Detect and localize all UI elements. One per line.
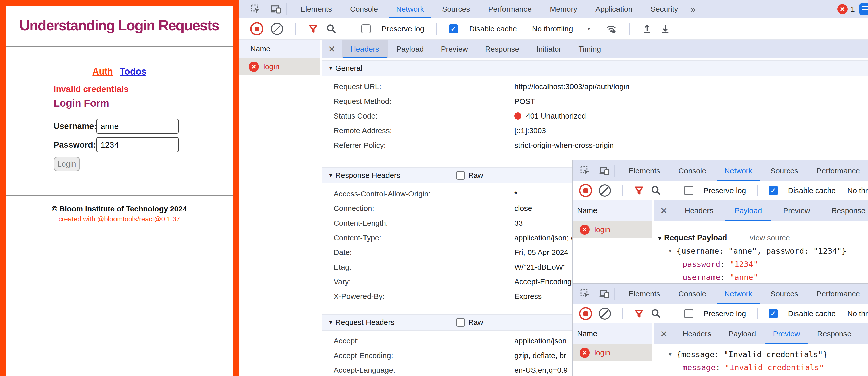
username-input[interactable] <box>96 119 179 134</box>
filter-icon[interactable] <box>634 185 644 196</box>
disable-cache-checkbox[interactable]: ✓ <box>769 186 778 195</box>
panel-tab-payload[interactable]: Payload <box>720 323 764 344</box>
filter-icon[interactable] <box>634 308 644 319</box>
search-icon[interactable] <box>326 24 337 34</box>
panel-tab-initiator[interactable]: Initiator <box>528 40 570 58</box>
search-icon[interactable] <box>651 185 661 196</box>
error-message: Invalid credentials <box>54 84 129 94</box>
tree-disclosure-icon[interactable]: ▼ <box>668 248 673 254</box>
request-row-login[interactable]: ✕ login <box>239 58 320 75</box>
tab-performance[interactable]: Performance <box>807 284 868 304</box>
inspect-icon[interactable] <box>250 3 261 15</box>
search-icon[interactable] <box>651 308 661 319</box>
feedback-icon[interactable] <box>859 3 868 15</box>
tab-console[interactable]: Console <box>669 160 715 181</box>
name-column-header[interactable]: Name <box>572 323 652 344</box>
tab-sources[interactable]: Sources <box>433 0 479 18</box>
preserve-log-checkbox[interactable] <box>362 24 371 33</box>
tab-sources[interactable]: Sources <box>761 160 807 181</box>
network-conditions-icon[interactable] <box>606 23 617 34</box>
panel-tab-payload[interactable]: Payload <box>724 200 772 221</box>
name-column-header[interactable]: Name <box>239 40 320 58</box>
tab-console[interactable]: Console <box>669 284 715 304</box>
panel-tab-response[interactable]: Response <box>476 40 528 58</box>
panel-tab-response[interactable]: Response <box>809 323 860 344</box>
panel-tab-headers[interactable]: Headers <box>342 40 388 58</box>
record-icon[interactable] <box>250 22 264 35</box>
todos-link[interactable]: Todos <box>120 66 146 76</box>
panel-tab-preview[interactable]: Preview <box>764 323 809 344</box>
more-tabs-icon[interactable]: » <box>690 4 695 14</box>
login-button[interactable]: Login <box>54 157 80 171</box>
panel-tab-payload[interactable]: Payload <box>388 40 432 58</box>
record-icon[interactable] <box>579 184 592 197</box>
password-input[interactable] <box>96 137 179 152</box>
tab-network[interactable]: Network <box>715 284 761 304</box>
error-count-icon[interactable]: ✕ <box>837 4 847 14</box>
response-raw-checkbox[interactable] <box>456 171 465 180</box>
tab-network[interactable]: Network <box>387 0 433 18</box>
payload-entry: username: "anne" <box>654 271 868 283</box>
disclosure-icon: ▼ <box>657 236 662 241</box>
preserve-log-checkbox[interactable] <box>684 309 693 318</box>
tab-console[interactable]: Console <box>341 0 387 18</box>
device-toolbar-icon[interactable] <box>270 3 282 15</box>
close-panel-icon[interactable]: ✕ <box>660 206 668 216</box>
clear-icon[interactable] <box>271 23 283 35</box>
tab-elements[interactable]: Elements <box>620 160 669 181</box>
throttling-caret-icon[interactable]: ▼ <box>587 26 591 32</box>
import-har-icon[interactable] <box>642 24 652 34</box>
disable-cache-label: Disable cache <box>788 309 835 318</box>
screenshot-root: Understanding Login Requests Auth Todos … <box>0 0 868 376</box>
header-row: Status Code:401 Unauthorized <box>321 108 868 123</box>
tab-elements[interactable]: Elements <box>620 284 669 304</box>
clear-icon[interactable] <box>599 308 611 320</box>
disable-cache-checkbox[interactable]: ✓ <box>449 24 458 33</box>
panel-tab-preview[interactable]: Preview <box>432 40 476 58</box>
record-icon[interactable] <box>579 307 592 320</box>
inspect-icon[interactable] <box>580 165 591 177</box>
close-panel-icon[interactable]: ✕ <box>328 44 335 54</box>
tab-performance[interactable]: Performance <box>807 160 868 181</box>
tree-disclosure-icon[interactable]: ▼ <box>668 351 673 357</box>
general-section-header[interactable]: ▼ General <box>321 60 868 76</box>
disable-cache-checkbox[interactable]: ✓ <box>769 309 778 318</box>
tab-elements[interactable]: Elements <box>291 0 341 18</box>
auth-link[interactable]: Auth <box>92 66 113 76</box>
panel-tab-timing[interactable]: Timing <box>570 40 610 58</box>
request-payload-title[interactable]: ▼Request Payload <box>657 233 727 242</box>
tab-memory[interactable]: Memory <box>541 0 586 18</box>
disclosure-icon: ▼ <box>328 173 333 179</box>
tab-application[interactable]: Application <box>586 0 642 18</box>
filter-icon[interactable] <box>308 24 318 34</box>
view-source-link[interactable]: view source <box>750 233 790 242</box>
throttling-select[interactable]: No throttling <box>847 186 868 195</box>
payload-entry: password: "1234" <box>654 257 868 271</box>
footer-link[interactable]: created with @bloomtools/react@0.1.37 <box>58 215 180 223</box>
general-rows: Request URL:http://localhost:3003/api/au… <box>321 76 868 156</box>
request-row-login[interactable]: ✕ login <box>572 221 652 238</box>
panel-tab-headers[interactable]: Headers <box>674 323 720 344</box>
throttling-select[interactable]: No throttling <box>532 25 573 33</box>
request-raw-checkbox[interactable] <box>456 318 465 327</box>
tab-network[interactable]: Network <box>715 160 761 181</box>
export-har-icon[interactable] <box>660 24 671 34</box>
clear-icon[interactable] <box>599 185 611 197</box>
panel-tab-preview[interactable]: Preview <box>772 200 821 221</box>
inspect-icon[interactable] <box>580 288 591 300</box>
name-column-header[interactable]: Name <box>572 200 652 221</box>
tab-performance[interactable]: Performance <box>479 0 541 18</box>
header-row: Referrer Policy:strict-origin-when-cross… <box>321 138 868 153</box>
device-toolbar-icon[interactable] <box>598 288 610 300</box>
disclosure-icon: ▼ <box>328 65 333 71</box>
payload-summary: {username: "anne", password: "1234"} <box>677 246 846 255</box>
close-panel-icon[interactable]: ✕ <box>660 329 668 339</box>
preserve-log-checkbox[interactable] <box>684 186 693 195</box>
panel-tab-headers[interactable]: Headers <box>674 200 724 221</box>
request-row-login[interactable]: ✕ login <box>572 344 652 361</box>
tab-security[interactable]: Security <box>642 0 687 18</box>
tab-sources[interactable]: Sources <box>761 284 807 304</box>
panel-tab-response[interactable]: Response <box>821 200 868 221</box>
throttling-select[interactable]: No throttling <box>847 309 868 318</box>
device-toolbar-icon[interactable] <box>598 165 610 177</box>
